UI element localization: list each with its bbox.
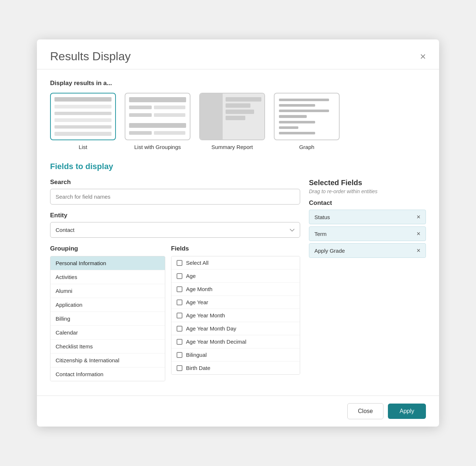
remove-term-button[interactable]: × — [416, 230, 420, 237]
fields-column: Fields Select All Age — [171, 245, 300, 381]
field-item-select-all[interactable]: Select All — [171, 256, 300, 270]
field-label-birth-date: Birth Date — [186, 365, 211, 371]
field-checkbox-age-year-month[interactable] — [177, 313, 182, 318]
field-label-age: Age — [186, 273, 196, 279]
field-item-age[interactable]: Age — [171, 270, 300, 283]
field-item-age-year-month-day[interactable]: Age Year Month Day — [171, 322, 300, 335]
card-decoration — [200, 93, 223, 140]
modal-close-button[interactable]: × — [420, 51, 426, 62]
display-option-list[interactable]: List — [50, 93, 116, 150]
remove-status-button[interactable]: × — [416, 214, 420, 220]
field-label-age-year-month-decimal: Age Year Month Decimal — [186, 339, 246, 345]
selected-field-term: Term × — [309, 226, 426, 241]
field-item-bilingual[interactable]: Bilingual — [171, 348, 300, 362]
card-decoration — [279, 99, 329, 101]
display-card-list-groupings[interactable] — [125, 93, 190, 140]
grouping-item-citizenship-international[interactable]: Citizenship & International — [50, 354, 165, 367]
field-item-age-year-month-decimal[interactable]: Age Year Month Decimal — [171, 335, 300, 348]
selected-field-status-label: Status — [314, 214, 330, 220]
modal-body: Display results in a... List — [37, 69, 439, 390]
field-checkbox-bilingual[interactable] — [177, 352, 182, 358]
card-decoration — [279, 126, 298, 129]
field-checkbox-birth-date[interactable] — [177, 365, 182, 371]
grouping-item-billing[interactable]: Billing — [50, 312, 165, 326]
card-decoration — [279, 132, 315, 134]
apply-button[interactable]: Apply — [388, 404, 426, 419]
display-options-row: List — [50, 93, 426, 150]
field-item-birth-date[interactable]: Birth Date — [171, 362, 300, 374]
card-decoration — [279, 104, 315, 107]
field-item-age-year-month[interactable]: Age Year Month — [171, 309, 300, 322]
selected-fields-title: Selected Fields — [309, 179, 426, 187]
results-display-modal: Results Display × Display results in a..… — [37, 39, 439, 427]
display-option-label-list-groupings: List with Groupings — [134, 144, 181, 150]
entity-label: Entity — [50, 212, 300, 219]
field-checkbox-age-year-month-day[interactable] — [177, 326, 182, 332]
field-checkbox-select-all[interactable] — [177, 260, 182, 266]
field-label-select-all: Select All — [186, 260, 209, 266]
display-option-graph[interactable]: Graph — [274, 93, 340, 150]
grouping-column: Grouping Personal Information Activities… — [50, 245, 165, 381]
field-checkbox-age-year[interactable] — [177, 299, 182, 305]
grouping-item-application[interactable]: Application — [50, 298, 165, 312]
card-decoration — [226, 110, 254, 114]
right-column: Selected Fields Drag to re-order within … — [309, 179, 426, 381]
card-decoration — [279, 110, 329, 112]
card-decoration — [54, 125, 112, 129]
field-checkbox-age-month[interactable] — [177, 286, 182, 292]
entity-select[interactable]: Contact Application Alumni — [50, 222, 300, 238]
field-label-age-year-month: Age Year Month — [186, 312, 225, 318]
card-decoration — [129, 97, 186, 102]
field-label-bilingual: Bilingual — [186, 352, 207, 358]
display-card-list[interactable] — [50, 93, 116, 140]
card-decoration — [54, 118, 112, 122]
field-item-age-year[interactable]: Age Year — [171, 296, 300, 309]
search-label: Search — [50, 179, 300, 186]
grouping-item-checklist-items[interactable]: Checklist Items — [50, 340, 165, 354]
grouping-list: Personal Information Activities Alumni A… — [50, 256, 165, 381]
card-decoration — [129, 106, 152, 109]
card-decoration — [54, 97, 112, 102]
grouping-label: Grouping — [50, 245, 165, 252]
remove-apply-grade-button[interactable]: × — [416, 247, 420, 254]
card-decoration — [129, 123, 186, 128]
card-decoration — [226, 103, 251, 108]
display-card-graph[interactable] — [274, 93, 340, 140]
display-results-label: Display results in a... — [50, 80, 426, 87]
close-button[interactable]: Close — [347, 403, 384, 419]
display-card-summary-report[interactable] — [199, 93, 265, 140]
field-label-age-year: Age Year — [186, 299, 208, 305]
modal-title: Results Display — [50, 50, 131, 63]
card-decoration — [129, 131, 152, 135]
field-item-age-month[interactable]: Age Month — [171, 283, 300, 296]
fields-to-display-layout: Search Entity Contact Application Alumni… — [50, 179, 426, 381]
card-decoration — [154, 131, 185, 135]
display-option-summary-report[interactable]: Summary Report — [199, 93, 265, 150]
selected-field-term-label: Term — [314, 231, 326, 237]
display-option-list-groupings[interactable]: List with Groupings — [125, 93, 190, 150]
grouping-item-activities[interactable]: Activities — [50, 270, 165, 284]
field-checkbox-age[interactable] — [177, 273, 182, 279]
field-label-age-year-month-day: Age Year Month Day — [186, 325, 237, 332]
card-decoration — [54, 112, 112, 115]
card-decoration — [54, 132, 112, 136]
drag-hint: Drag to re-order within entities — [309, 188, 426, 194]
grouping-item-personal-information[interactable]: Personal Information — [50, 256, 165, 270]
fields-list: Select All Age Age Month — [171, 256, 300, 375]
card-decoration — [154, 106, 185, 109]
fields-label: Fields — [171, 245, 300, 252]
selected-field-apply-grade: Apply Grade × — [309, 243, 426, 258]
field-label-age-month: Age Month — [186, 286, 213, 292]
card-decoration — [54, 105, 112, 108]
search-input[interactable] — [50, 189, 300, 205]
card-decoration — [279, 121, 315, 123]
grouping-item-calendar[interactable]: Calendar — [50, 326, 165, 340]
card-decoration — [223, 93, 264, 140]
card-decoration — [129, 113, 152, 117]
grouping-item-contact-information[interactable]: Contact Information — [50, 367, 165, 381]
display-option-label-graph: Graph — [299, 144, 314, 150]
field-checkbox-age-year-month-decimal[interactable] — [177, 339, 182, 345]
grouping-item-alumni[interactable]: Alumni — [50, 284, 165, 298]
fields-to-display-title: Fields to display — [50, 162, 426, 171]
card-decoration — [154, 113, 185, 117]
